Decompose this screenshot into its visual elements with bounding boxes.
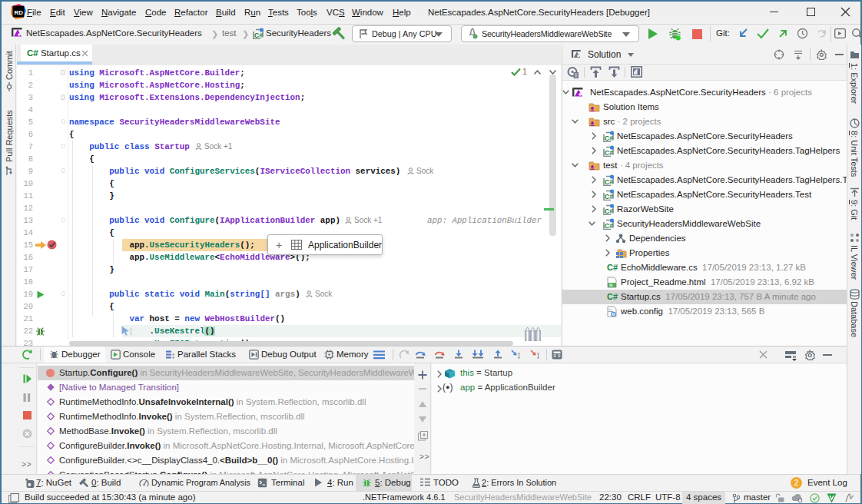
svg-text:C#: C# — [605, 178, 613, 186]
svg-text:C#: C# — [605, 149, 613, 157]
svg-text:H: H — [609, 283, 612, 287]
svg-text:C#: C# — [605, 134, 613, 142]
svg-text:C#: C# — [605, 207, 613, 215]
svg-text:C#: C# — [605, 222, 613, 230]
svg-text:RD: RD — [15, 9, 24, 16]
svg-text:C#: C# — [605, 193, 613, 201]
svg-text:C#: C# — [254, 32, 263, 39]
